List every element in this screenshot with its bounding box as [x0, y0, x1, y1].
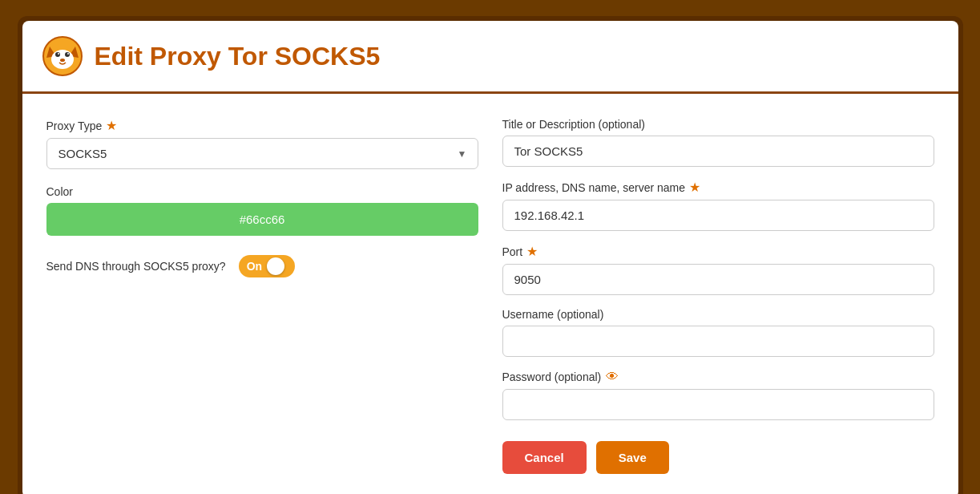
color-group: Color #66cc66	[46, 185, 478, 236]
color-label: Color	[46, 185, 478, 198]
page-title: Edit Proxy Tor SOCKS5	[95, 42, 381, 71]
port-required-star: ★	[526, 244, 538, 259]
toggle-on-text: On	[247, 260, 262, 273]
title-description-group: Title or Description (optional)	[502, 118, 934, 167]
password-label: Password (optional)	[502, 370, 602, 383]
send-dns-label: Send DNS through SOCKS5 proxy?	[46, 260, 226, 273]
buttons-row: Cancel Save	[502, 441, 934, 474]
password-label-row: Password (optional) 👁	[502, 370, 934, 384]
ip-address-group: IP address, DNS name, server name ★	[502, 180, 934, 231]
ip-address-label-text: IP address, DNS name, server name	[502, 181, 686, 194]
ip-address-label: IP address, DNS name, server name ★	[502, 180, 934, 195]
proxy-type-group: Proxy Type ★ SOCKS5 SOCKS4 HTTP HTTPS ▼	[46, 118, 478, 169]
title-description-input[interactable]	[502, 136, 934, 167]
svg-point-8	[60, 59, 65, 62]
username-group: Username (optional)	[502, 308, 934, 357]
form-grid: Proxy Type ★ SOCKS5 SOCKS4 HTTP HTTPS ▼	[46, 118, 934, 474]
svg-point-5	[65, 52, 70, 57]
color-button[interactable]: #66cc66	[46, 203, 478, 236]
port-label: Port ★	[502, 244, 934, 259]
username-input[interactable]	[502, 326, 934, 357]
proxy-type-star: ★	[106, 118, 117, 133]
send-dns-toggle[interactable]: On	[239, 255, 295, 277]
svg-point-7	[67, 53, 69, 55]
proxy-type-label-text: Proxy Type	[46, 119, 103, 132]
toggle-circle	[267, 257, 284, 275]
right-column: Title or Description (optional) IP addre…	[502, 118, 934, 474]
username-label: Username (optional)	[502, 308, 934, 321]
left-column: Proxy Type ★ SOCKS5 SOCKS4 HTTP HTTPS ▼	[46, 118, 478, 474]
send-dns-row: Send DNS through SOCKS5 proxy? On	[46, 255, 478, 277]
svg-point-6	[58, 53, 59, 55]
cancel-button[interactable]: Cancel	[502, 441, 587, 474]
password-input[interactable]	[502, 389, 934, 420]
main-content: Proxy Type ★ SOCKS5 SOCKS4 HTTP HTTPS ▼	[22, 94, 958, 494]
ip-address-input[interactable]	[502, 200, 934, 231]
svg-point-4	[55, 52, 60, 57]
proxy-type-select-wrapper: SOCKS5 SOCKS4 HTTP HTTPS ▼	[46, 138, 478, 169]
proxy-type-label: Proxy Type ★	[46, 118, 478, 133]
eye-icon[interactable]: 👁	[606, 370, 619, 384]
fox-icon	[42, 35, 83, 77]
port-label-text: Port	[502, 245, 523, 258]
port-group: Port ★	[502, 244, 934, 295]
proxy-type-select[interactable]: SOCKS5 SOCKS4 HTTP HTTPS	[46, 138, 478, 169]
outer-card: Edit Proxy Tor SOCKS5 Proxy Type ★ SOCKS…	[18, 16, 963, 494]
ip-required-star: ★	[689, 180, 700, 195]
header: Edit Proxy Tor SOCKS5	[22, 21, 958, 94]
title-description-label: Title or Description (optional)	[502, 118, 934, 131]
password-group: Password (optional) 👁	[502, 370, 934, 420]
port-input[interactable]	[502, 264, 934, 295]
save-button[interactable]: Save	[596, 441, 669, 474]
